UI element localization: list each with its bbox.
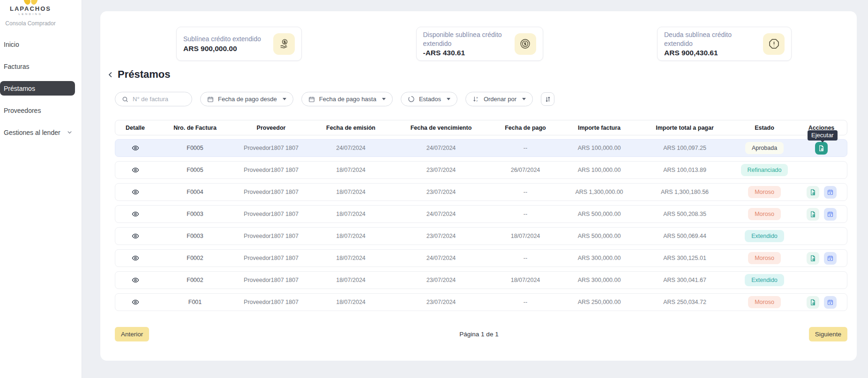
page-title-row: Préstamos <box>107 68 171 81</box>
calendar-icon <box>308 96 315 103</box>
issue-date: 18/07/2024 <box>307 211 394 217</box>
status-ring-icon <box>408 96 415 103</box>
card-value: ARS 900,000.00 <box>183 44 261 53</box>
table-row: F0003Proveedor1807 180718/07/202424/07/2… <box>115 205 847 223</box>
card-title: Sublínea crédito extendido <box>183 35 261 43</box>
total-amount: ARS 300,125.01 <box>636 255 734 261</box>
date-from-filter[interactable]: Fecha de pago desde <box>200 92 293 106</box>
states-filter[interactable]: Estados <box>401 92 457 106</box>
invoice-number: F0005 <box>155 145 235 151</box>
total-amount: ARS 100,097.25 <box>636 145 734 151</box>
view-details-button[interactable] <box>132 166 139 174</box>
filter-label: Estados <box>419 96 441 103</box>
view-details-button[interactable] <box>132 254 139 262</box>
execute-tooltip: Ejecutar <box>808 130 838 141</box>
main-panel: Sublínea crédito extendido ARS 900,000.0… <box>100 11 857 361</box>
chevron-left-icon <box>107 71 115 79</box>
back-button[interactable] <box>107 71 115 79</box>
view-details-button[interactable] <box>132 144 139 152</box>
provider-name: Proveedor1807 1807 <box>235 189 307 195</box>
payment-date: -- <box>488 145 563 151</box>
invoice-amount: ARS 500,000.00 <box>563 233 636 239</box>
reschedule-button[interactable] <box>824 296 837 309</box>
filter-label: Fecha de pago desde <box>218 96 277 103</box>
hand-coin-icon <box>273 33 295 55</box>
calendar-plus-icon <box>827 211 834 218</box>
execute-loan-button[interactable] <box>807 186 819 199</box>
invoice-number: F0003 <box>155 233 235 239</box>
eye-icon <box>132 188 139 196</box>
sidebar: LAPACHOS LENDING Consola Comprador Inici… <box>0 0 82 378</box>
summary-cards: Sublínea crédito extendido ARS 900,000.0… <box>176 27 792 61</box>
due-date: 24/07/2024 <box>394 255 488 261</box>
sidebar-item-label: Préstamos <box>4 85 35 92</box>
issue-date: 18/07/2024 <box>307 233 394 239</box>
column-header: Fecha de emisión <box>307 125 394 131</box>
column-header: Detalle <box>115 125 155 131</box>
invoice-amount: ARS 500,000.00 <box>563 211 636 217</box>
sort-by-filter[interactable]: a z Ordenar por <box>465 92 533 106</box>
provider-name: Proveedor1807 1807 <box>235 211 307 217</box>
reschedule-button[interactable] <box>824 208 837 221</box>
console-label: Consola Comprador <box>0 20 61 27</box>
view-details-button[interactable] <box>132 210 139 218</box>
issue-date: 18/07/2024 <box>307 277 394 283</box>
view-details-button[interactable] <box>132 188 139 196</box>
brand-name: LAPACHOS <box>0 5 61 12</box>
total-amount: ARS 500,069.44 <box>636 233 734 239</box>
date-to-filter[interactable]: Fecha de pago hasta <box>301 92 393 106</box>
execute-loan-button[interactable] <box>815 142 828 155</box>
invoice-amount: ARS 100,000.00 <box>563 167 636 173</box>
card-subline-debt: Deuda sublínea crédito extendido ARS 900… <box>657 27 792 61</box>
table-row: F0003Proveedor1807 180718/07/202423/07/2… <box>115 227 847 245</box>
provider-name: Proveedor1807 1807 <box>235 167 307 173</box>
view-details-button[interactable] <box>132 276 139 284</box>
card-title: Deuda sublínea crédito extendido <box>664 30 758 47</box>
previous-page-button[interactable]: Anterior <box>115 327 149 341</box>
eye-icon <box>132 276 139 284</box>
search-input[interactable] <box>133 96 185 103</box>
sidebar-item-prestamos[interactable]: Préstamos <box>0 81 75 96</box>
invoice-number: F0004 <box>155 189 235 195</box>
execute-loan-button[interactable] <box>807 252 819 265</box>
view-details-button[interactable] <box>132 298 139 306</box>
sort-direction-button[interactable] <box>541 92 554 106</box>
card-value: -ARS 430.61 <box>423 49 510 57</box>
sidebar-item-inicio[interactable]: Inicio <box>0 37 82 52</box>
chevron-down-icon <box>283 98 286 100</box>
total-amount: ARS 300,041.67 <box>636 277 734 283</box>
chevron-down-icon <box>382 98 386 100</box>
page-info: Página 1 de 1 <box>459 331 498 338</box>
status-badge: Moroso <box>748 208 781 220</box>
sidebar-item-proveedores[interactable]: Proveedores <box>0 103 82 118</box>
due-date: 24/07/2024 <box>394 145 488 151</box>
sidebar-item-gestiones[interactable]: Gestiones al lender <box>0 125 82 140</box>
file-invoice-check-icon <box>818 145 825 152</box>
reschedule-button[interactable] <box>824 186 837 199</box>
status-badge: Extendido <box>745 230 784 242</box>
view-details-button[interactable] <box>132 232 139 240</box>
execute-loan-button[interactable] <box>807 208 819 221</box>
invoice-search[interactable] <box>115 92 192 106</box>
file-invoice-check-icon <box>809 255 816 262</box>
provider-name: Proveedor1807 1807 <box>235 145 307 151</box>
file-invoice-check-icon <box>809 299 816 306</box>
filter-label: Fecha de pago hasta <box>319 96 376 103</box>
svg-text:z: z <box>476 99 478 102</box>
table-row: F001Proveedor1807 180718/07/202423/07/20… <box>115 293 847 311</box>
issue-date: 18/07/2024 <box>307 167 394 173</box>
eye-icon <box>132 144 139 152</box>
status-badge: Aprobada <box>745 142 784 154</box>
reschedule-button[interactable] <box>824 252 837 265</box>
sidebar-nav: Inicio Facturas Préstamos Proveedores Ge… <box>0 37 82 140</box>
sidebar-item-facturas[interactable]: Facturas <box>0 59 82 74</box>
issue-date: 18/07/2024 <box>307 255 394 261</box>
alert-octagon-icon <box>763 33 785 55</box>
chevron-down-icon <box>447 98 450 100</box>
invoice-number: F0003 <box>155 211 235 217</box>
next-page-button[interactable]: Siguiente <box>809 327 847 341</box>
invoice-amount: ARS 1,300,000.00 <box>563 189 636 195</box>
total-amount: ARS 250,034.72 <box>636 299 734 305</box>
sidebar-item-label: Facturas <box>4 63 29 70</box>
execute-loan-button[interactable] <box>807 296 819 309</box>
